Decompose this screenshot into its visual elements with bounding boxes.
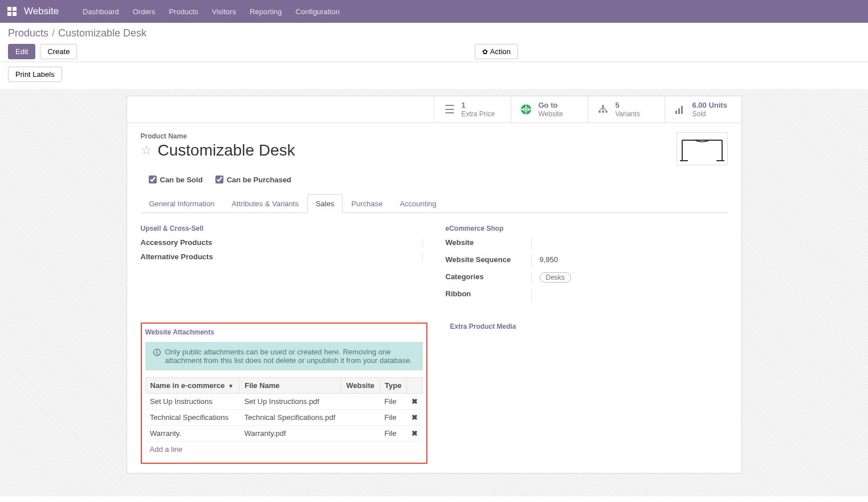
tabs: General Information Attributes & Variant… <box>141 194 728 213</box>
table-row[interactable]: Technical Specifications Technical Speci… <box>145 409 422 425</box>
breadcrumb-sep: / <box>52 27 55 39</box>
svg-rect-1 <box>13 7 17 11</box>
apps-icon[interactable] <box>7 6 17 17</box>
tab-sales[interactable]: Sales <box>307 194 343 213</box>
col-website[interactable]: Website <box>341 377 380 393</box>
categories-value[interactable]: Desks <box>531 272 728 284</box>
product-name-label: Product Name <box>141 132 295 140</box>
star-icon[interactable]: ☆ <box>141 143 152 158</box>
website-value[interactable] <box>531 238 728 250</box>
upsell-title: Upsell & Cross-Sell <box>141 225 423 232</box>
can-be-purchased-input[interactable] <box>215 176 223 183</box>
svg-line-13 <box>603 107 606 111</box>
cell-file: Technical Specifications.pdf <box>240 409 341 425</box>
alternative-label: Alternative Products <box>141 252 226 261</box>
variants-icon <box>597 104 610 115</box>
cell-file: Warranty.pdf <box>240 425 341 441</box>
can-be-sold-checkbox[interactable]: Can be Sold <box>149 176 203 184</box>
print-labels-button[interactable]: Print Labels <box>8 67 62 82</box>
svg-rect-15 <box>678 108 680 114</box>
cell-name: Set Up Instructions <box>145 393 240 409</box>
svg-point-7 <box>602 105 604 107</box>
cell-name: Technical Specifications <box>145 409 240 425</box>
cell-name: Warranty. <box>145 425 240 441</box>
globe-icon <box>520 104 533 115</box>
info-icon: ⓘ <box>153 348 161 358</box>
nav-dashboard[interactable]: Dashboard <box>76 7 126 16</box>
attachments-title: Website Attachments <box>145 328 423 336</box>
nav-visitors[interactable]: Visitors <box>205 7 243 16</box>
attachments-section: Website Attachments ⓘ Only public attach… <box>141 323 427 464</box>
ribbon-value[interactable] <box>531 289 728 301</box>
cell-website <box>341 393 380 409</box>
product-image[interactable] <box>677 132 728 165</box>
brand[interactable]: Website <box>24 6 59 17</box>
accessory-value[interactable] <box>226 238 411 247</box>
extra-media-title: Extra Product Media <box>450 323 728 330</box>
category-tag[interactable]: Desks <box>540 272 571 283</box>
stat-goto-website[interactable]: Go to Website <box>511 96 588 123</box>
remove-icon[interactable]: ✖ <box>407 409 422 425</box>
action-label: Action <box>490 47 511 56</box>
nav-reporting[interactable]: Reporting <box>243 7 288 16</box>
nav-products[interactable]: Products <box>162 7 205 16</box>
can-be-sold-input[interactable] <box>149 176 157 183</box>
form-sheet: ☰ 1 Extra Price Go to Website <box>127 96 742 474</box>
attachments-alert: ⓘ Only public attachments can be used or… <box>145 342 423 370</box>
tab-attributes[interactable]: Attributes & Variants <box>223 194 307 213</box>
stat-value: 1 <box>462 101 495 110</box>
ecommerce-title: eCommerce Shop <box>446 225 728 232</box>
cell-website <box>341 425 380 441</box>
remove-icon[interactable]: ✖ <box>407 393 422 409</box>
edit-button[interactable]: Edit <box>8 44 35 59</box>
table-row[interactable]: Warranty. Warranty.pdf File ✖ <box>145 425 422 441</box>
product-name: Customizable Desk <box>158 141 295 160</box>
accessory-label: Accessory Products <box>141 238 226 247</box>
nav-configuration[interactable]: Configuration <box>289 7 347 16</box>
action-button[interactable]: ✿ Action <box>475 44 518 59</box>
cell-website <box>341 409 380 425</box>
gear-icon: ✿ <box>482 48 488 56</box>
cell-type: File <box>380 409 407 425</box>
nav-orders[interactable]: Orders <box>126 7 162 16</box>
svg-point-8 <box>598 111 601 113</box>
create-button[interactable]: Create <box>40 44 77 59</box>
sequence-value[interactable]: 9,950 <box>531 255 728 267</box>
attachments-table: Name in e-commerce ▼ File Name Website T… <box>145 377 423 442</box>
stat-label: Variants <box>616 110 640 118</box>
tab-purchase[interactable]: Purchase <box>343 194 391 213</box>
svg-point-9 <box>602 111 604 113</box>
ribbon-label: Ribbon <box>446 289 531 301</box>
stat-label: Website <box>539 110 563 118</box>
breadcrumb-current: Customizable Desk <box>58 27 146 39</box>
sequence-label: Website Sequence <box>446 255 531 267</box>
svg-rect-14 <box>675 111 677 114</box>
add-line-link[interactable]: Add a line <box>145 442 423 457</box>
col-type[interactable]: Type <box>380 377 407 393</box>
col-name[interactable]: Name in e-commerce ▼ <box>145 377 240 393</box>
cell-type: File <box>380 425 407 441</box>
svg-line-11 <box>600 107 603 111</box>
categories-label: Categories <box>446 272 531 284</box>
remove-icon[interactable]: ✖ <box>407 425 422 441</box>
svg-rect-2 <box>7 12 11 16</box>
stat-sold[interactable]: 6.00 Units Sold <box>665 96 741 123</box>
stat-label: Extra Price <box>462 110 495 118</box>
breadcrumb-root[interactable]: Products <box>8 27 48 39</box>
stat-extra-price[interactable]: ☰ 1 Extra Price <box>434 96 511 123</box>
tab-general[interactable]: General Information <box>141 194 223 213</box>
col-file[interactable]: File Name <box>240 377 341 393</box>
svg-rect-16 <box>681 106 683 114</box>
can-be-purchased-label: Can be Purchased <box>227 176 291 184</box>
can-be-purchased-checkbox[interactable]: Can be Purchased <box>215 176 291 184</box>
list-icon: ☰ <box>443 103 456 116</box>
svg-rect-3 <box>13 12 17 16</box>
bars-icon <box>674 104 687 115</box>
stat-label: Sold <box>692 110 727 118</box>
table-row[interactable]: Set Up Instructions Set Up Instructions.… <box>145 393 422 409</box>
stat-variants[interactable]: 5 Variants <box>588 96 665 123</box>
stat-value: 6.00 Units <box>692 101 727 110</box>
stat-buttons: ☰ 1 Extra Price Go to Website <box>127 96 741 123</box>
alternative-value[interactable] <box>226 252 411 261</box>
tab-accounting[interactable]: Accounting <box>391 194 445 213</box>
